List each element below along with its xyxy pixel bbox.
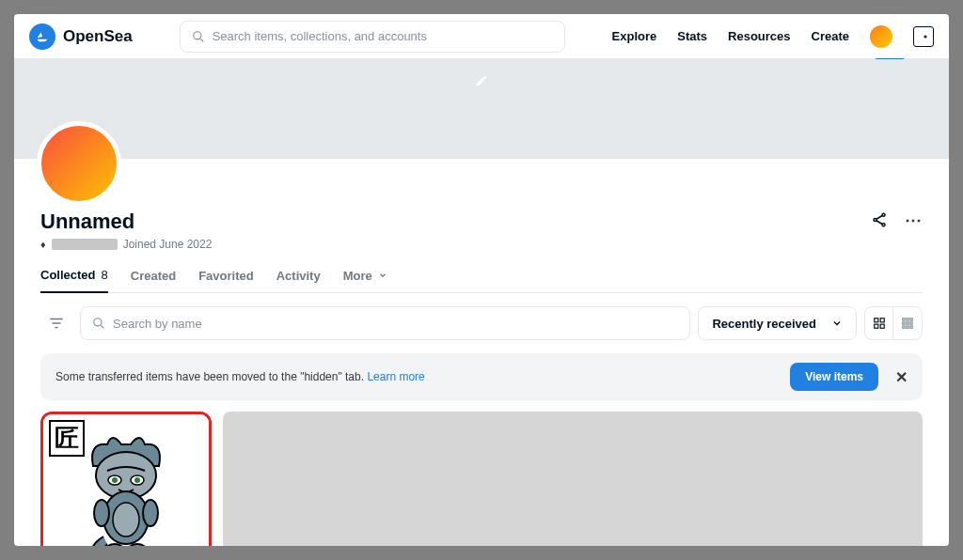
svg-point-1 [924, 35, 927, 38]
tab-more[interactable]: More [343, 268, 387, 292]
svg-rect-14 [907, 322, 908, 324]
svg-point-25 [113, 503, 139, 537]
svg-point-5 [94, 319, 102, 326]
view-toggle [864, 306, 923, 340]
learn-more-link[interactable]: Learn more [367, 370, 424, 383]
svg-rect-8 [874, 324, 877, 328]
svg-point-0 [193, 31, 200, 39]
profile-actions: ⋯ [871, 210, 923, 230]
tab-created[interactable]: Created [131, 268, 176, 292]
svg-rect-11 [907, 319, 908, 320]
view-items-button[interactable]: View items [790, 363, 878, 391]
svg-point-22 [112, 477, 118, 483]
search-icon [92, 317, 105, 330]
svg-point-27 [143, 500, 158, 526]
chevron-down-icon [831, 318, 843, 329]
profile-body: Unnamed ♦ Joined June 2022 ⋯ Collected 8… [14, 159, 949, 546]
svg-point-26 [94, 500, 109, 526]
global-search-input[interactable] [213, 29, 553, 43]
placeholder-card [223, 412, 923, 546]
eth-icon: ♦ [40, 239, 46, 250]
account-avatar[interactable] [870, 25, 892, 48]
hidden-items-banner: Some transferred items have been moved t… [40, 353, 923, 400]
profile-meta: ♦ Joined June 2022 [40, 238, 212, 251]
filter-toggle-icon[interactable] [40, 307, 72, 339]
more-icon[interactable]: ⋯ [905, 210, 923, 230]
nft-image: 匠 [43, 414, 209, 546]
svg-point-23 [134, 477, 140, 483]
profile-tabs: Collected 8 Created Favorited Activity M… [40, 268, 923, 293]
svg-point-4 [882, 224, 885, 226]
close-icon[interactable]: ✕ [895, 368, 908, 386]
name-search[interactable] [80, 306, 690, 340]
items-grid: 匠 [40, 412, 923, 546]
tab-favorited[interactable]: Favorited [198, 268, 254, 292]
nft-card[interactable]: 匠 [40, 412, 212, 546]
brand-name: OpenSea [63, 27, 133, 46]
kanji-badge: 匠 [49, 420, 85, 457]
svg-rect-10 [903, 319, 905, 320]
tab-collected-label: Collected [40, 268, 96, 282]
svg-rect-16 [903, 326, 905, 328]
svg-rect-18 [910, 326, 912, 328]
logo[interactable]: OpenSea [29, 23, 133, 50]
name-search-input[interactable] [113, 317, 678, 331]
nav-resources[interactable]: Resources [728, 29, 790, 43]
username: Unnamed [40, 210, 212, 234]
joined-date: Joined June 2022 [123, 238, 213, 251]
share-icon[interactable] [871, 211, 888, 228]
app-frame: OpenSea Explore Stats Resources Create [14, 14, 949, 546]
wallet-address-redacted [52, 239, 118, 250]
edit-cover-icon[interactable] [475, 74, 488, 87]
wallet-icon[interactable] [913, 26, 934, 47]
opensea-logo-icon [29, 23, 55, 50]
sort-dropdown[interactable]: Recently received [698, 306, 857, 340]
nav-create[interactable]: Create [812, 29, 849, 43]
banner-text: Some transferred items have been moved t… [55, 370, 425, 383]
profile-avatar[interactable] [37, 121, 121, 206]
search-container [133, 21, 612, 53]
grid-large-icon[interactable] [865, 307, 893, 339]
tab-collected[interactable]: Collected 8 [40, 268, 108, 293]
svg-rect-13 [903, 322, 905, 324]
svg-rect-12 [910, 319, 912, 320]
sort-label: Recently received [712, 317, 816, 331]
svg-point-2 [882, 213, 885, 216]
svg-rect-17 [907, 326, 908, 328]
chevron-down-icon [378, 271, 387, 280]
profile-header: Unnamed ♦ Joined June 2022 ⋯ [40, 210, 923, 251]
svg-rect-7 [880, 319, 884, 322]
header: OpenSea Explore Stats Resources Create [14, 14, 949, 59]
global-search[interactable] [180, 21, 565, 53]
nav-links: Explore Stats Resources Create [612, 25, 934, 48]
cover-banner[interactable] [14, 59, 949, 159]
svg-rect-6 [874, 319, 877, 322]
tab-more-label: More [343, 269, 372, 283]
svg-point-3 [874, 219, 876, 222]
nav-explore[interactable]: Explore [612, 29, 657, 43]
grid-small-icon[interactable] [893, 307, 922, 339]
filter-controls: Recently received [40, 293, 923, 353]
nav-stats[interactable]: Stats [677, 29, 707, 43]
tab-collected-count: 8 [102, 268, 108, 282]
search-icon [192, 30, 205, 43]
tab-activity[interactable]: Activity [276, 268, 321, 292]
svg-rect-9 [880, 324, 884, 328]
svg-rect-15 [910, 322, 912, 324]
